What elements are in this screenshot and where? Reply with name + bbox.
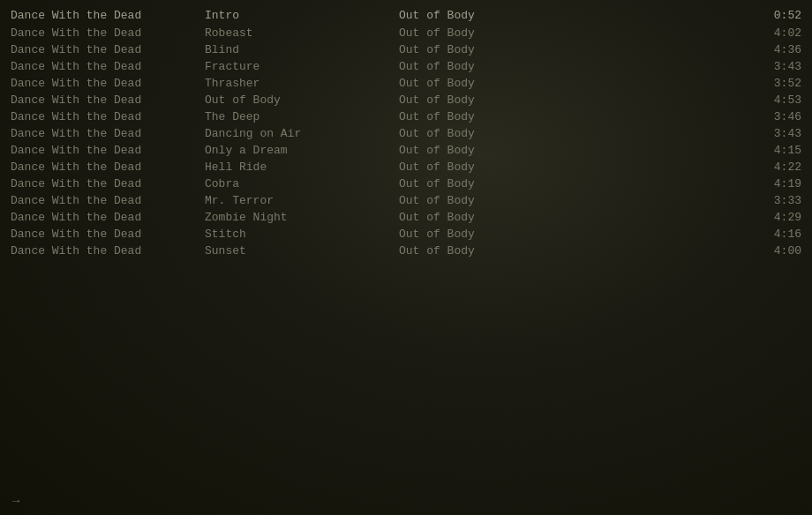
track-album: Out of Body [399,144,748,157]
track-title: Sunset [205,244,399,258]
track-album: Out of Body [399,194,748,207]
track-row[interactable]: Dance With the DeadSunsetOut of Body4:00 [0,243,812,259]
track-title: Hell Ride [205,160,399,174]
track-duration: 3:43 [748,127,801,140]
track-artist: Dance With the Dead [11,26,205,40]
track-artist: Dance With the Dead [11,244,205,258]
track-album: Out of Body [399,160,748,174]
track-duration: 3:52 [748,77,801,90]
track-duration: 3:33 [748,194,801,207]
track-artist: Dance With the Dead [11,211,205,224]
bottom-arrow-icon: → [12,494,19,508]
track-row[interactable]: Dance With the DeadStitchOut of Body4:16 [0,226,812,243]
track-title: Blind [205,43,399,56]
track-row[interactable]: Dance With the DeadOnly a DreamOut of Bo… [0,142,812,159]
track-row[interactable]: Dance With the DeadFractureOut of Body3:… [0,58,812,75]
track-title: Out of Body [205,93,399,107]
track-artist: Dance With the Dead [11,127,205,140]
track-artist: Dance With the Dead [11,177,205,190]
track-row[interactable]: Dance With the DeadThe DeepOut of Body3:… [0,108,812,125]
track-title: Fracture [205,60,399,73]
track-album: Out of Body [399,211,748,224]
track-album: Out of Body [399,110,748,123]
track-duration: 4:00 [748,244,801,258]
track-album: Out of Body [399,43,748,56]
track-title: Robeast [205,26,399,40]
header-title: Intro [205,9,399,22]
track-artist: Dance With the Dead [11,228,205,241]
track-duration: 4:02 [748,26,801,40]
track-album: Out of Body [399,177,748,190]
track-row[interactable]: Dance With the DeadBlindOut of Body4:36 [0,41,812,58]
track-list: Dance With the Dead Intro Out of Body 0:… [0,0,812,259]
header-artist: Dance With the Dead [11,9,205,22]
track-artist: Dance With the Dead [11,144,205,157]
track-row[interactable]: Dance With the DeadRobeastOut of Body4:0… [0,25,812,41]
track-duration: 4:19 [748,177,801,190]
track-album: Out of Body [399,127,748,140]
track-album: Out of Body [399,26,748,40]
track-title: Only a Dream [205,144,399,157]
track-artist: Dance With the Dead [11,194,205,207]
track-duration: 4:16 [748,228,801,241]
track-title: Dancing on Air [205,127,399,140]
track-row[interactable]: Dance With the DeadZombie NightOut of Bo… [0,209,812,226]
header-album: Out of Body [399,9,748,22]
track-artist: Dance With the Dead [11,160,205,174]
track-title: Mr. Terror [205,194,399,207]
track-duration: 4:53 [748,93,801,107]
track-duration: 3:43 [748,60,801,73]
track-album: Out of Body [399,77,748,90]
track-row[interactable]: Dance With the DeadHell RideOut of Body4… [0,159,812,175]
track-album: Out of Body [399,60,748,73]
track-artist: Dance With the Dead [11,43,205,56]
track-duration: 4:22 [748,160,801,174]
track-title: Zombie Night [205,211,399,224]
track-duration: 3:46 [748,110,801,123]
track-artist: Dance With the Dead [11,60,205,73]
track-row[interactable]: Dance With the DeadMr. TerrorOut of Body… [0,192,812,209]
track-album: Out of Body [399,244,748,258]
track-album: Out of Body [399,93,748,107]
track-title: The Deep [205,110,399,123]
track-artist: Dance With the Dead [11,93,205,107]
track-row[interactable]: Dance With the DeadThrasherOut of Body3:… [0,75,812,92]
track-duration: 4:15 [748,144,801,157]
track-row[interactable]: Dance With the DeadOut of BodyOut of Bod… [0,92,812,108]
track-row[interactable]: Dance With the DeadDancing on AirOut of … [0,125,812,142]
track-title: Stitch [205,228,399,241]
track-title: Cobra [205,177,399,190]
track-row[interactable]: Dance With the DeadCobraOut of Body4:19 [0,175,812,192]
track-duration: 4:29 [748,211,801,224]
track-artist: Dance With the Dead [11,77,205,90]
track-duration: 4:36 [748,43,801,56]
track-list-header: Dance With the Dead Intro Out of Body 0:… [0,7,812,24]
track-album: Out of Body [399,228,748,241]
header-duration: 0:52 [748,9,801,22]
track-title: Thrasher [205,77,399,90]
track-artist: Dance With the Dead [11,110,205,123]
